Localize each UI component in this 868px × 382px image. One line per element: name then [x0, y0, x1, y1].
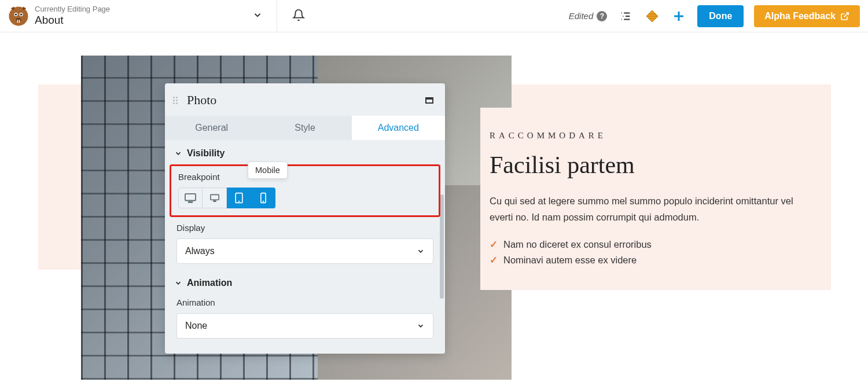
breakpoint-large-desktop[interactable] [178, 188, 203, 208]
list-item-text: Nominavi autem esse ex videre [503, 255, 637, 266]
chevron-down-icon [417, 322, 425, 330]
chevron-down-icon [174, 149, 182, 157]
panel-body: Visibility Mobile Breakpoint [165, 140, 445, 354]
svg-point-4 [20, 13, 22, 15]
breakpoint-buttons [178, 188, 432, 208]
outline-button[interactable] [617, 8, 634, 24]
section-visibility-toggle[interactable]: Visibility [165, 140, 445, 164]
page-dropdown-toggle[interactable] [249, 6, 266, 26]
breakpoint-label: Breakpoint [178, 172, 432, 182]
checklist: ✓Nam no diceret ex consul erroribus ✓Nom… [490, 237, 810, 268]
edited-status: Edited ? [569, 11, 608, 21]
check-icon: ✓ [490, 239, 498, 250]
section-animation-toggle[interactable]: Animation [165, 270, 445, 294]
edited-label: Edited [569, 11, 594, 21]
section-label: Animation [187, 278, 232, 288]
display-label: Display [176, 223, 433, 233]
editor-canvas: RACCOMMODARE Facilisi partem Cu qui sed … [0, 32, 868, 382]
tablet-icon [234, 192, 244, 204]
svg-point-26 [238, 201, 240, 202]
feedback-label: Alpha Feedback [764, 11, 836, 21]
help-icon[interactable]: ? [597, 11, 607, 21]
panel-header: Photo [165, 83, 445, 116]
divider [277, 0, 277, 32]
animation-field: Animation None [165, 294, 445, 344]
chevron-down-icon [417, 247, 425, 255]
tab-advanced[interactable]: Advanced [352, 116, 445, 140]
breakpoint-tooltip: Mobile [248, 161, 288, 179]
animation-value: None [185, 321, 207, 331]
tab-general[interactable]: General [165, 116, 258, 140]
svg-point-0 [9, 6, 28, 25]
assistant-icon[interactable] [644, 8, 660, 24]
headline-text: Facilisi partem [490, 151, 810, 179]
display-select[interactable]: Always [176, 238, 433, 264]
breakpoint-highlight: Mobile Breakpoint [170, 164, 440, 217]
eyebrow-text: RACCOMMODARE [490, 131, 810, 141]
page-context: Currently Editing Page About [8, 5, 110, 27]
list-item: ✓Nominavi autem esse ex videre [490, 252, 810, 268]
top-bar: Currently Editing Page About Edited ? Do… [0, 0, 868, 32]
display-value: Always [185, 246, 215, 256]
breakpoint-tablet[interactable] [227, 188, 251, 208]
animation-select[interactable]: None [176, 313, 433, 339]
svg-point-5 [16, 18, 21, 21]
mobile-icon [260, 192, 267, 204]
drag-handle-icon[interactable] [172, 95, 179, 105]
svg-rect-7 [19, 20, 20, 23]
chevron-down-icon [174, 279, 182, 287]
svg-rect-23 [210, 194, 218, 200]
external-link-icon [840, 12, 849, 21]
svg-rect-6 [17, 20, 19, 23]
panel-tabs: General Style Advanced [165, 116, 445, 140]
module-settings-panel: Photo General Style Advanced Visibility … [165, 83, 445, 354]
feedback-button[interactable]: Alpha Feedback [754, 5, 860, 27]
list-item-text: Nam no diceret ex consul erroribus [503, 239, 652, 250]
display-field: Display Always [165, 219, 445, 270]
panel-title: Photo [187, 93, 417, 108]
check-icon: ✓ [490, 255, 498, 266]
breakpoint-mobile[interactable] [251, 188, 275, 208]
app-logo-icon [8, 6, 29, 27]
breakpoint-desktop[interactable] [203, 188, 227, 208]
desktop-large-icon [184, 193, 197, 203]
add-button[interactable] [671, 8, 687, 24]
svg-rect-22 [188, 201, 192, 203]
animation-label: Animation [176, 297, 433, 307]
svg-point-28 [263, 201, 264, 202]
svg-line-20 [844, 13, 848, 17]
body-text: Cu qui sed at legere summo mel summo pop… [490, 193, 810, 225]
editing-label: Currently Editing Page [35, 5, 110, 14]
done-button[interactable]: Done [697, 5, 744, 27]
section-label: Visibility [187, 148, 225, 159]
tab-style[interactable]: Style [258, 116, 351, 140]
svg-point-3 [15, 13, 17, 15]
notifications-button[interactable] [288, 5, 310, 27]
svg-rect-21 [185, 194, 196, 201]
page-info: Currently Editing Page About [35, 5, 110, 27]
page-title: About [35, 14, 110, 27]
panel-scrollbar[interactable] [440, 194, 444, 299]
desktop-icon [209, 193, 220, 203]
list-item: ✓Nam no diceret ex consul erroribus [490, 237, 810, 252]
restore-window-icon[interactable] [425, 97, 433, 104]
top-actions: Edited ? Done Alpha Feedback [569, 5, 860, 27]
text-card: RACCOMMODARE Facilisi partem Cu qui sed … [480, 108, 831, 290]
svg-rect-24 [213, 201, 216, 202]
